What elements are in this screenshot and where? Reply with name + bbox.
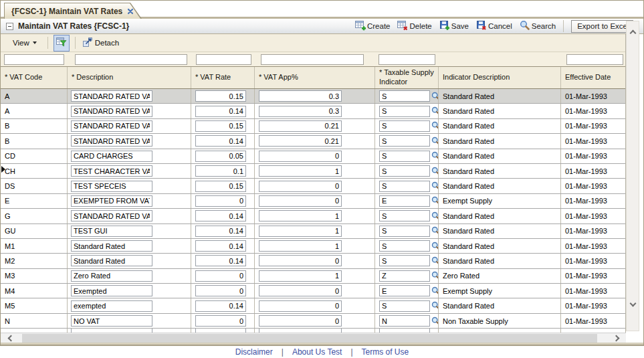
vat-rate-input[interactable] (195, 226, 246, 237)
vat-app-input[interactable] (259, 315, 342, 327)
table-row[interactable]: M2 Standard Rated 01-Mar-1993 (1, 254, 625, 268)
table-row[interactable]: A Standard Rated 01-Mar-1993 (1, 89, 625, 104)
column-header-effective-date[interactable]: Effective Date (561, 67, 626, 88)
description-input[interactable] (71, 195, 152, 207)
vat-app-input[interactable] (259, 240, 342, 252)
vat-rate-input[interactable] (195, 255, 246, 266)
lookup-magnifier-icon[interactable] (431, 271, 439, 280)
table-row[interactable]: N Non Taxable Supply 01-Mar-1993 (1, 314, 625, 329)
collapse-panel-icon[interactable] (6, 23, 13, 30)
lookup-magnifier-icon[interactable] (431, 256, 439, 266)
about-us-link[interactable]: About Us Test (292, 347, 342, 357)
vat-rate-input[interactable] (195, 165, 246, 177)
lookup-magnifier-icon[interactable] (431, 121, 439, 130)
search-button[interactable]: Search (520, 20, 556, 32)
description-input[interactable] (71, 90, 152, 102)
cancel-button[interactable]: Cancel (476, 20, 512, 32)
vat-app-input[interactable] (259, 151, 342, 162)
vat-app-input[interactable] (259, 226, 342, 237)
horizontal-scrollbar[interactable] (1, 333, 626, 343)
splitter-collapse-arrow[interactable] (1, 166, 5, 173)
column-header-indicator-description[interactable]: Indicator Description (439, 67, 561, 88)
scroll-right-button[interactable] (607, 333, 625, 343)
create-button[interactable]: Create (355, 20, 391, 32)
vat-rate-input[interactable] (195, 151, 246, 162)
view-menu-button[interactable]: View (7, 37, 42, 49)
table-row[interactable]: M3 Zero Rated 01-Mar-1993 (1, 269, 625, 284)
table-row[interactable]: M4 Exempt Supply 01-Mar-1993 (1, 284, 625, 298)
vat-rate-input[interactable] (195, 90, 246, 102)
taxable-supply-indicator-input[interactable] (379, 285, 430, 296)
column-header-vat-rate[interactable]: * VAT Rate (191, 67, 255, 88)
table-row[interactable]: A Standard Rated 01-Mar-1993 (1, 104, 625, 118)
table-row[interactable]: CH Standard Rated 01-Mar-1993 (1, 164, 625, 179)
lookup-magnifier-icon[interactable] (431, 151, 439, 161)
vat-app-input[interactable] (259, 285, 342, 296)
vat-rate-input[interactable] (195, 315, 246, 327)
vat-app-input[interactable] (259, 210, 342, 221)
delete-button[interactable]: Delete (397, 20, 431, 32)
vat-rate-input[interactable] (195, 240, 246, 252)
terms-of-use-link[interactable]: Terms of Use (362, 347, 409, 357)
filter-taxable-supply-input[interactable] (379, 54, 435, 65)
lookup-magnifier-icon[interactable] (431, 92, 439, 101)
description-input[interactable] (71, 255, 152, 266)
taxable-supply-indicator-input[interactable] (379, 135, 430, 147)
table-row[interactable]: B Standard Rated 01-Mar-1993 (1, 134, 625, 149)
filter-description-input[interactable] (75, 54, 187, 65)
vat-app-input[interactable] (259, 195, 342, 207)
table-row[interactable]: GU Standard Rated 01-Mar-1993 (1, 224, 625, 239)
scroll-up-button[interactable] (627, 25, 639, 40)
table-row[interactable]: M5 Standard Rated 01-Mar-1993 (1, 298, 625, 313)
taxable-supply-indicator-input[interactable] (379, 120, 430, 132)
lookup-magnifier-icon[interactable] (431, 137, 439, 146)
vat-app-input[interactable] (259, 181, 342, 192)
save-button[interactable]: Save (439, 20, 469, 32)
lookup-magnifier-icon[interactable] (431, 196, 439, 205)
taxable-supply-indicator-input[interactable] (379, 210, 430, 221)
vat-rate-input[interactable] (195, 120, 246, 132)
query-by-example-toggle-button[interactable] (53, 35, 70, 52)
vat-app-input[interactable] (259, 120, 342, 132)
vat-app-input[interactable] (259, 270, 342, 282)
disclaimer-link[interactable]: Disclaimer (235, 347, 273, 357)
filter-vat-code-input[interactable] (4, 54, 64, 65)
vat-app-input[interactable] (259, 106, 342, 117)
horizontal-scrollbar-thumb[interactable] (22, 334, 597, 343)
filter-vat-app-input[interactable] (261, 54, 364, 65)
table-row[interactable]: M1 Standard Rated 01-Mar-1993 (1, 239, 625, 254)
description-input[interactable] (71, 240, 152, 252)
description-input[interactable] (71, 135, 152, 147)
taxable-supply-indicator-input[interactable] (379, 240, 430, 252)
vertical-scrollbar[interactable] (626, 21, 639, 331)
taxable-supply-indicator-input[interactable] (379, 226, 430, 237)
taxable-supply-indicator-input[interactable] (379, 315, 430, 327)
lookup-magnifier-icon[interactable] (431, 242, 439, 251)
vat-rate-input[interactable] (195, 285, 246, 296)
lookup-magnifier-icon[interactable] (431, 301, 439, 310)
taxable-supply-indicator-input[interactable] (379, 195, 430, 207)
column-header-description[interactable]: * Description (68, 67, 191, 88)
lookup-magnifier-icon[interactable] (431, 106, 439, 116)
vat-app-input[interactable] (259, 165, 342, 177)
export-to-excel-button[interactable]: Export to Exce (571, 20, 633, 33)
vat-app-input[interactable] (259, 135, 342, 147)
description-input[interactable] (71, 106, 152, 117)
column-header-vat-app[interactable]: * VAT App% (255, 67, 375, 88)
lookup-magnifier-icon[interactable] (431, 226, 439, 236)
vat-rate-input[interactable] (195, 181, 246, 192)
column-header-taxable-supply-indicator[interactable]: * Taxable Supply Indicator (375, 67, 439, 88)
vat-rate-input[interactable] (195, 300, 246, 312)
lookup-magnifier-icon[interactable] (431, 286, 439, 296)
table-row[interactable]: DS Standard Rated 01-Mar-1993 (1, 179, 625, 193)
description-input[interactable] (71, 210, 152, 221)
vat-rate-input[interactable] (195, 210, 246, 221)
taxable-supply-indicator-input[interactable] (379, 106, 430, 117)
lookup-magnifier-icon[interactable] (431, 181, 439, 191)
taxable-supply-indicator-input[interactable] (379, 90, 430, 102)
vat-app-input[interactable] (259, 255, 342, 266)
filter-vat-rate-input[interactable] (196, 54, 251, 65)
taxable-supply-indicator-input[interactable] (379, 270, 430, 282)
tab-close-icon[interactable] (127, 8, 134, 15)
scroll-left-button[interactable] (2, 333, 19, 343)
